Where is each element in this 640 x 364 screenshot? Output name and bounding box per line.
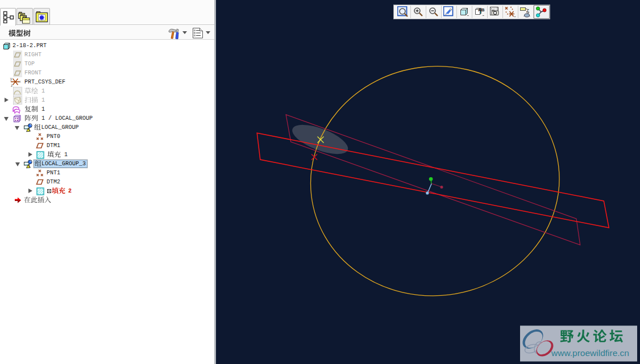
svg-text:y: y	[10, 77, 13, 81]
svg-text:AB: AB	[478, 7, 485, 12]
svg-text:z: z	[11, 83, 13, 87]
